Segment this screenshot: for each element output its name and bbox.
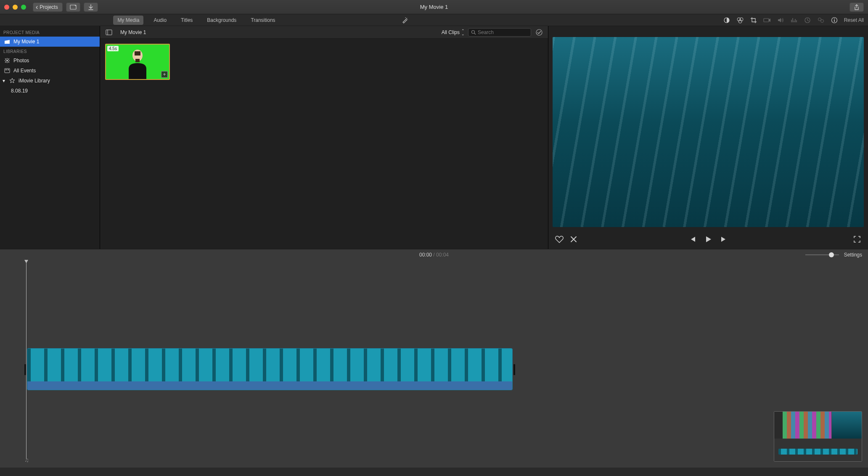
tab-my-media[interactable]: My Media [113, 16, 143, 25]
projects-back-button[interactable]: Projects [33, 3, 63, 12]
svg-rect-16 [106, 30, 112, 35]
libraries-header: LIBRARIES [0, 47, 100, 56]
clip-trim-handle-left[interactable] [24, 364, 26, 375]
svg-point-10 [834, 19, 835, 19]
zoom-slider[interactable] [805, 252, 839, 257]
import-media-button[interactable] [66, 3, 80, 12]
svg-rect-22 [135, 51, 140, 56]
svg-rect-23 [135, 59, 140, 62]
fullscreen-icon[interactable] [853, 235, 861, 243]
viewer-controls-right [853, 235, 861, 243]
volume-icon[interactable] [777, 16, 784, 24]
enhance-icon[interactable] [401, 16, 409, 24]
upper-panels: PROJECT MEDIA My Movie 1 LIBRARIES Photo… [0, 26, 868, 249]
noise-reduction-icon[interactable] [790, 16, 798, 24]
svg-rect-14 [5, 69, 7, 70]
browser-header-right: All Clips ⌃⌄ [442, 28, 544, 37]
mini-viewer [831, 412, 862, 439]
share-button[interactable] [849, 3, 864, 12]
previous-frame-icon[interactable] [688, 235, 696, 243]
minimize-window-button[interactable] [13, 5, 18, 10]
adjust-toolbar: Reset All [397, 16, 868, 24]
media-clip-thumbnail[interactable]: 4.5s + [105, 44, 170, 80]
all-events-icon [4, 68, 10, 74]
svg-rect-11 [834, 20, 835, 22]
add-clip-icon[interactable]: + [161, 71, 168, 78]
secondary-toolbar: My Media Audio Titles Backgrounds Transi… [0, 14, 868, 26]
clip-grid: 4.5s + [100, 39, 548, 249]
tab-audio[interactable]: Audio [149, 16, 171, 25]
timeline-clip[interactable] [27, 348, 513, 390]
chevron-updown-icon: ⌃⌄ [461, 29, 465, 36]
sidebar-item-project[interactable]: My Movie 1 [0, 37, 100, 47]
play-icon[interactable] [704, 235, 712, 243]
mini-clip [778, 449, 857, 455]
timecode-display: 00:00 / 00:04 [419, 252, 449, 258]
sidebar-item-label: My Movie 1 [13, 39, 39, 45]
crop-icon[interactable] [750, 16, 757, 24]
viewer-controls-left [555, 235, 578, 243]
svg-point-18 [472, 30, 475, 33]
timeline-settings-button[interactable]: Settings [844, 252, 862, 258]
playhead[interactable] [26, 262, 26, 459]
color-balance-icon[interactable] [723, 16, 730, 24]
svg-point-8 [820, 19, 823, 22]
info-icon[interactable] [831, 16, 838, 24]
sidebar-item-imovie-library[interactable]: ▾ iMovie Library [0, 76, 100, 86]
clip-trim-handle-right[interactable] [513, 364, 515, 375]
tab-titles[interactable]: Titles [177, 16, 197, 25]
star-icon [9, 78, 15, 84]
zoom-knob[interactable] [829, 252, 834, 257]
media-browser: My Movie 1 All Clips ⌃⌄ 4.5s + [100, 26, 548, 249]
photos-icon [4, 58, 10, 63]
tab-backgrounds[interactable]: Backgrounds [203, 16, 241, 25]
clip-filter-label: All Clips [442, 29, 460, 35]
sidebar-item-all-events[interactable]: All Events [0, 66, 100, 76]
toggle-sidebar-icon[interactable] [104, 28, 114, 37]
title-bar: Projects My Movie 1 [0, 0, 868, 14]
timecode-current: 00:00 [419, 252, 432, 258]
browser-header: My Movie 1 All Clips ⌃⌄ [100, 26, 548, 39]
stabilization-icon[interactable] [763, 16, 771, 24]
timeline-header-right: Settings [805, 252, 862, 258]
timecode-total: 00:04 [436, 252, 449, 258]
download-button[interactable] [84, 3, 98, 12]
svg-line-19 [474, 33, 476, 34]
content-appearance-button[interactable] [535, 28, 544, 37]
svg-rect-5 [764, 19, 769, 22]
favorite-icon[interactable] [555, 235, 564, 243]
sidebar: PROJECT MEDIA My Movie 1 LIBRARIES Photo… [0, 26, 100, 249]
svg-point-20 [536, 29, 542, 35]
projects-label: Projects [40, 4, 58, 10]
reject-icon[interactable] [569, 235, 578, 243]
mini-sidebar [774, 412, 783, 439]
adjustment-tools [723, 16, 838, 24]
tab-transitions[interactable]: Transitions [246, 16, 279, 25]
toolbar-left: Projects [33, 3, 98, 12]
viewer-controls [548, 230, 868, 249]
close-window-button[interactable] [4, 5, 9, 10]
search-input[interactable] [478, 29, 528, 35]
clip-filter-dropdown[interactable]: All Clips ⌃⌄ [442, 29, 465, 36]
clip-filter-icon[interactable] [817, 16, 825, 24]
color-correction-icon[interactable] [736, 16, 744, 24]
sidebar-item-label: All Events [13, 68, 36, 74]
zoom-window-button[interactable] [21, 5, 26, 10]
disclosure-triangle-icon[interactable]: ▾ [2, 78, 6, 84]
next-frame-icon[interactable] [720, 235, 728, 243]
speed-icon[interactable] [804, 16, 811, 24]
sidebar-item-library-event[interactable]: 8.08.19 [0, 86, 100, 96]
clapperboard-icon [4, 39, 10, 45]
browser-title: My Movie 1 [120, 29, 146, 35]
picture-in-picture-preview[interactable] [774, 411, 862, 462]
search-box[interactable] [468, 28, 531, 37]
person-silhouette [123, 48, 152, 80]
preview-viewport[interactable] [553, 37, 864, 227]
sidebar-item-photos[interactable]: Photos [0, 56, 100, 66]
reset-all-button[interactable]: Reset All [844, 17, 864, 23]
clip-audio-track [27, 381, 512, 390]
playback-controls [688, 235, 728, 243]
timeline[interactable]: ♫ [0, 260, 868, 468]
svg-point-12 [6, 60, 8, 61]
svg-rect-13 [5, 69, 10, 73]
